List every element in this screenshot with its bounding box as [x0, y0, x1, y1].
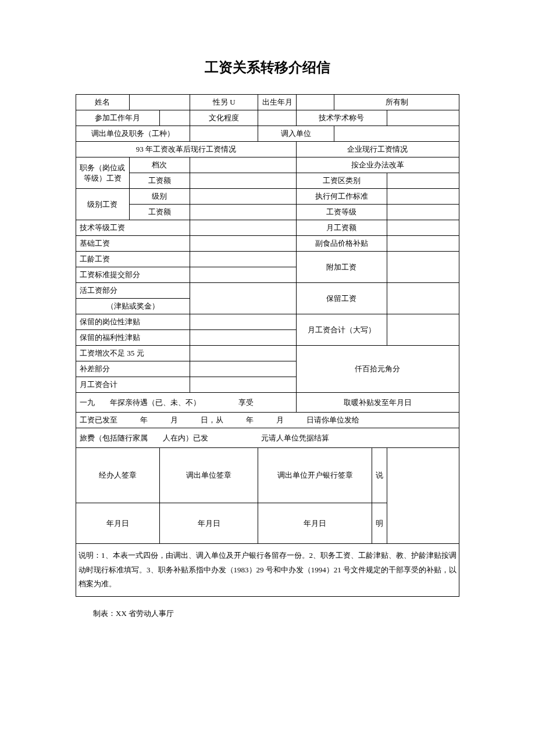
date1: 年月日 — [76, 503, 160, 544]
label-seniority: 工龄工资 — [76, 252, 190, 267]
field-outunit — [190, 126, 258, 142]
label-keep-welfare: 保留的福利性津贴 — [76, 330, 190, 346]
field-month-cn — [387, 314, 459, 346]
field-level — [190, 189, 297, 205]
field-diff — [190, 361, 297, 377]
label-live1: 活工资部分 — [76, 283, 190, 299]
field-base — [190, 236, 297, 252]
field-work-std — [387, 189, 459, 205]
label-join: 参加工作年月 — [76, 110, 160, 126]
label-month-cn: 月工资合计（大写） — [296, 314, 387, 346]
label-amount2: 工资额 — [129, 205, 190, 220]
field-under35 — [190, 346, 297, 361]
label-by-enterprise: 按企业办法改革 — [296, 157, 459, 173]
date2: 年月日 — [159, 503, 258, 544]
label-visit: 一九 年探亲待遇（已、未、不） 享受 — [76, 393, 297, 413]
field-join — [159, 110, 190, 126]
field-extra — [387, 252, 459, 283]
label-live2: （津贴或奖金） — [76, 299, 190, 314]
header-93reform: 93 年工资改革后现行工资情况 — [76, 142, 297, 157]
explanation: 说明：1、本表一式四份，由调出、调入单位及开户银行各留存一份。2、职务工资、工龄… — [76, 544, 459, 597]
header-enterprise: 企业现行工资情况 — [296, 142, 459, 157]
sig-outunit: 调出单位签章 — [159, 448, 258, 503]
field-name — [129, 95, 190, 110]
label-food: 副食品价格补贴 — [296, 236, 387, 252]
label-outunit: 调出单位及职务（工种） — [76, 126, 190, 142]
label-digits: 仟百拾元角分 — [296, 346, 459, 393]
field-keep-post — [190, 314, 297, 330]
label-work-std: 执行何工作标准 — [296, 189, 387, 205]
label-month-total: 月工资合计 — [76, 377, 190, 393]
label-tech-grade: 技术等级工资 — [76, 220, 190, 236]
field-amount2 — [190, 205, 297, 220]
label-under35: 工资增次不足 35 元 — [76, 346, 190, 361]
label-paidto: 工资已发至 年 月 日，从 年 月 日请你单位发给 — [76, 413, 459, 428]
field-food — [387, 236, 459, 252]
field-retain — [387, 283, 459, 314]
label-std-submit: 工资标准提交部分 — [76, 267, 190, 283]
field-salary-grade — [387, 205, 459, 220]
label-extra: 附加工资 — [296, 252, 387, 283]
field-month-amount — [387, 220, 459, 236]
maker-info: 制表：XX 省劳动人事厅 — [76, 608, 459, 619]
label-base: 基础工资 — [76, 236, 190, 252]
label-area-type: 工资区类别 — [296, 173, 387, 189]
field-keep-welfare — [190, 330, 297, 346]
label-diff: 补差部分 — [76, 361, 190, 377]
field-live — [190, 283, 297, 314]
label-keep-post: 保留的岗位性津贴 — [76, 314, 190, 330]
field-amount — [190, 173, 297, 189]
field-birth — [296, 95, 334, 110]
label-level: 级别 — [129, 189, 190, 205]
page-title: 工资关系转移介绍信 — [76, 58, 459, 77]
field-month-total — [190, 377, 297, 393]
form-table: 姓名 性另 U 出生年月 所有制 参加工作年月 文化程度 技术学术称号 调出单位… — [76, 94, 459, 597]
field-edu — [258, 110, 296, 126]
label-grade: 档次 — [129, 157, 190, 173]
label-edu: 文化程度 — [190, 110, 258, 126]
label-retain: 保留工资 — [296, 283, 387, 314]
label-heat: 取暖补贴发至年月日 — [296, 393, 459, 413]
field-tech-grade — [190, 220, 297, 236]
label-ownership: 所有制 — [334, 95, 459, 110]
label-position-salary: 职务（岗位或等级）工资 — [76, 157, 130, 189]
date3: 年月日 — [258, 503, 372, 544]
label-birth: 出生年月 — [258, 95, 296, 110]
label-amount: 工资额 — [129, 173, 190, 189]
label-month-amount: 月工资额 — [296, 220, 387, 236]
label-travel: 旅费（包括随行家属 人在内）已发 元请人单位凭据结算 — [76, 428, 459, 448]
field-inunit — [334, 126, 459, 142]
note-char1: 说 — [372, 448, 387, 503]
field-techtitle — [387, 110, 459, 126]
field-area-type — [387, 173, 459, 189]
sig-handler: 经办人签章 — [76, 448, 160, 503]
label-gender: 性另 U — [190, 95, 258, 110]
field-std-submit — [190, 267, 297, 283]
label-salary-grade: 工资等级 — [296, 205, 387, 220]
label-level-salary: 级别工资 — [76, 189, 130, 220]
note-char2: 明 — [372, 503, 387, 544]
sig-bank: 调出单位开户银行签章 — [258, 448, 372, 503]
label-techtitle: 技术学术称号 — [296, 110, 387, 126]
label-inunit: 调入单位 — [258, 126, 334, 142]
label-name: 姓名 — [76, 95, 130, 110]
note-content — [387, 448, 459, 544]
field-seniority — [190, 252, 297, 267]
field-grade — [190, 157, 297, 173]
